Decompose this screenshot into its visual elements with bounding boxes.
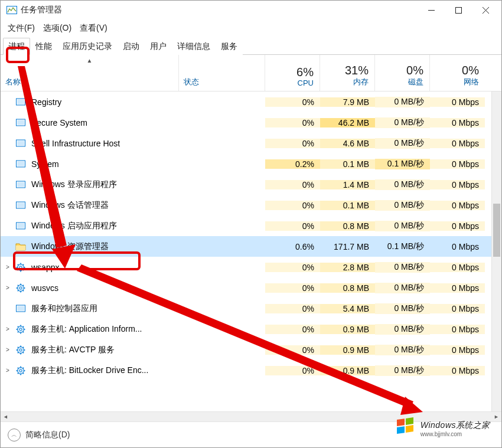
process-name: Registry — [31, 97, 61, 107]
process-row[interactable]: Secure System0%46.2 MB0 MB/秒0 Mbps — [1, 112, 501, 133]
disk-cell: 0.1 MB/秒 — [375, 159, 430, 169]
process-list: Registry0%7.9 MB0 MB/秒0 MbpsSecure Syste… — [1, 91, 501, 411]
svg-line-58 — [18, 346, 19, 348]
svg-rect-77 — [406, 417, 413, 425]
svg-line-48 — [18, 326, 19, 327]
svg-line-70 — [23, 367, 24, 368]
expand-icon[interactable]: > — [1, 346, 15, 353]
svg-line-69 — [23, 372, 24, 374]
watermark: Windows系统之家 www.bjjmlv.com — [396, 417, 490, 440]
svg-line-37 — [23, 290, 24, 291]
col-name[interactable]: ▲ 名称 — [1, 55, 179, 91]
tab-performance[interactable]: 性能 — [30, 38, 57, 55]
network-cell: 0 Mbps — [430, 139, 485, 148]
cpu-cell: 0% — [265, 201, 320, 210]
process-row[interactable]: Registry0%7.9 MB0 MB/秒0 Mbps — [1, 91, 501, 112]
process-row[interactable]: Windows 登录应用程序0%1.4 MB0 MB/秒0 Mbps — [1, 174, 501, 195]
disk-cell: 0 MB/秒 — [375, 283, 430, 293]
svg-line-38 — [23, 285, 24, 286]
svg-rect-6 — [17, 99, 24, 104]
svg-line-27 — [23, 269, 24, 270]
process-icon — [15, 220, 27, 232]
svg-rect-78 — [397, 426, 405, 434]
svg-rect-41 — [17, 306, 24, 310]
svg-rect-76 — [397, 418, 405, 426]
chevron-up-icon: ︿ — [8, 429, 21, 442]
tab-services[interactable]: 服务 — [216, 38, 243, 55]
tab-processes[interactable]: 进程 — [3, 38, 30, 55]
column-headers: ▲ 名称 状态 6% CPU 31% 内存 0% 磁盘 0% 网络 — [1, 55, 501, 91]
cpu-cell: 0% — [265, 180, 320, 189]
cpu-cell: 0% — [265, 304, 320, 313]
process-row[interactable]: >服务主机: BitLocker Drive Enc...0%0.9 MB0 M… — [1, 360, 501, 381]
disk-cell: 0 MB/秒 — [375, 324, 430, 335]
process-name: 服务主机: BitLocker Drive Enc... — [31, 365, 148, 376]
process-row[interactable]: >wsappx0%2.8 MB0 MB/秒0 Mbps — [1, 257, 501, 277]
tab-app-history[interactable]: 应用历史记录 — [57, 38, 118, 55]
col-disk[interactable]: 0% 磁盘 — [375, 55, 430, 91]
close-button[interactable] — [472, 1, 499, 19]
svg-point-53 — [19, 349, 22, 351]
process-row[interactable]: Windows 启动应用程序0%0.8 MB0 MB/秒0 Mbps — [1, 215, 501, 236]
minimize-button[interactable] — [418, 1, 445, 19]
process-row[interactable]: >服务主机: Application Inform...0%0.9 MB0 MB… — [1, 319, 501, 339]
process-icon — [15, 179, 27, 191]
tab-startup[interactable]: 启动 — [118, 38, 145, 55]
process-row[interactable]: >wusvcs0%0.8 MB0 MB/秒0 Mbps — [1, 277, 501, 298]
process-icon — [15, 282, 27, 294]
maximize-button[interactable] — [445, 1, 472, 19]
process-icon — [15, 261, 27, 273]
tab-strip: 进程 性能 应用历史记录 启动 用户 详细信息 服务 — [1, 37, 501, 55]
process-icon — [15, 96, 27, 108]
svg-rect-19 — [16, 246, 25, 250]
cpu-cell: 0% — [265, 345, 320, 355]
process-name: 服务和控制器应用 — [31, 303, 97, 314]
scrollbar-thumb[interactable] — [493, 204, 500, 257]
network-cell: 0 Mbps — [430, 97, 485, 107]
network-cell: 0 Mbps — [430, 159, 485, 169]
memory-cell: 0.9 MB — [320, 366, 375, 375]
memory-cell: 46.2 MB — [320, 118, 375, 127]
expand-icon[interactable]: > — [1, 326, 15, 332]
col-status[interactable]: 状态 — [179, 55, 265, 91]
scroll-right-icon[interactable]: ► — [491, 412, 501, 421]
process-row[interactable]: 服务和控制器应用0%5.4 MB0 MB/秒0 Mbps — [1, 298, 501, 319]
menu-view[interactable]: 查看(V) — [80, 23, 107, 34]
disk-cell: 0 MB/秒 — [375, 138, 430, 149]
process-row[interactable]: System0.2%0.1 MB0.1 MB/秒0 Mbps — [1, 153, 501, 174]
cpu-cell: 0% — [265, 97, 320, 107]
fewer-details-button[interactable]: ︿ 简略信息(D) — [8, 429, 70, 442]
process-row[interactable]: >服务主机: AVCTP 服务0%0.9 MB0 MB/秒0 Mbps — [1, 339, 501, 360]
process-row[interactable]: Windows 会话管理器0%0.1 MB0 MB/秒0 Mbps — [1, 195, 501, 215]
process-row[interactable]: Shell Infrastructure Host0%4.6 MB0 MB/秒0… — [1, 133, 501, 153]
scroll-left-icon[interactable]: ◄ — [1, 412, 11, 421]
memory-cell: 5.4 MB — [320, 304, 375, 313]
memory-cell: 2.8 MB — [320, 263, 375, 272]
memory-cell: 0.1 MB — [320, 201, 375, 210]
disk-cell: 0 MB/秒 — [375, 200, 430, 211]
windows-logo-icon — [396, 417, 416, 440]
menu-options[interactable]: 选项(O) — [43, 23, 71, 34]
process-icon — [15, 323, 27, 335]
process-row[interactable]: Windows 资源管理器0.6%171.7 MB0.1 MB/秒0 Mbps — [1, 236, 501, 257]
process-name: 服务主机: AVCTP 服务 — [31, 345, 115, 355]
process-name: Windows 启动应用程序 — [31, 221, 117, 231]
col-memory[interactable]: 31% 内存 — [320, 55, 375, 91]
menu-file[interactable]: 文件(F) — [8, 23, 35, 34]
tab-users[interactable]: 用户 — [145, 38, 172, 55]
cpu-cell: 0% — [265, 139, 320, 148]
network-cell: 0 Mbps — [430, 118, 485, 127]
expand-icon[interactable]: > — [1, 367, 15, 374]
expand-icon[interactable]: > — [1, 264, 15, 270]
titlebar[interactable]: 任务管理器 — [1, 1, 501, 19]
process-name: Windows 登录应用程序 — [31, 179, 117, 190]
svg-rect-14 — [17, 182, 24, 187]
svg-rect-8 — [17, 120, 24, 125]
window-title: 任务管理器 — [21, 5, 62, 15]
tab-details[interactable]: 详细信息 — [172, 38, 216, 55]
app-icon — [6, 5, 17, 15]
expand-icon[interactable]: > — [1, 285, 15, 291]
col-cpu[interactable]: 6% CPU — [265, 55, 320, 91]
col-network[interactable]: 0% 网络 — [430, 55, 485, 91]
vertical-scrollbar[interactable] — [491, 91, 501, 411]
